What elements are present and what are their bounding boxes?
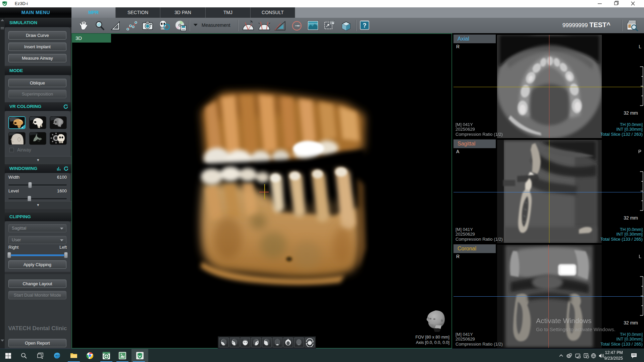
svg-text:?: ? xyxy=(363,22,367,29)
